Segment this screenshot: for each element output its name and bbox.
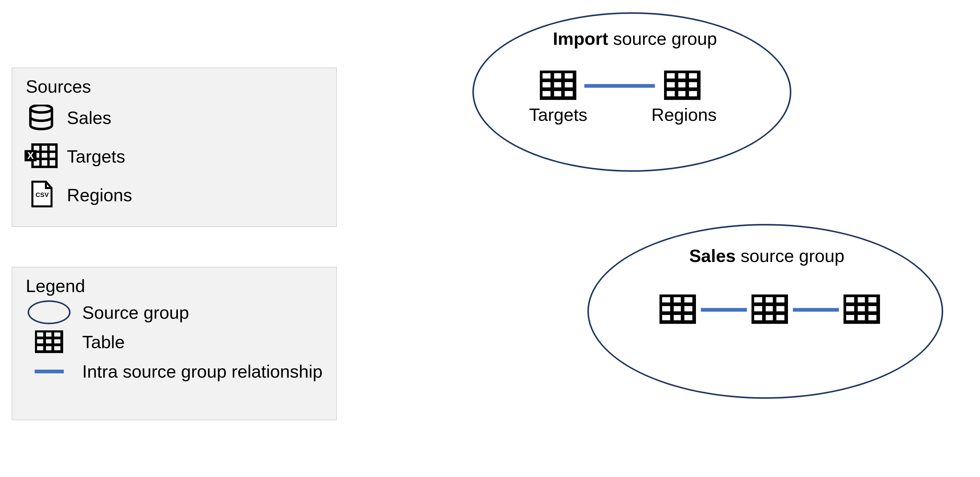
sales-table-3-icon [843,294,880,325]
legend-panel: Legend Source group Table Intra source g… [12,267,337,420]
sales-table-1-icon [659,294,696,325]
import-table-targets-label: Targets [525,104,592,125]
legend-item-source-group: Source group [25,302,324,323]
import-group-title: Import source group [537,28,733,49]
import-relationship-line [584,84,655,88]
legend-panel-title: Legend [26,275,324,296]
csv-file-icon [25,180,58,210]
import-table-regions-icon [664,70,701,101]
legend-item-label: Table [82,332,125,352]
source-item-sales: Sales [25,102,324,133]
relationship-line-icon [25,361,74,382]
table-icon [25,331,74,353]
import-table-regions-label: Regions [649,104,719,125]
excel-icon [25,141,58,172]
legend-item-table: Table [25,331,324,353]
database-icon [25,102,58,133]
sales-group-title-bold: Sales [689,246,736,266]
import-table-targets-icon [540,70,577,101]
source-item-targets: Targets [25,141,324,172]
source-item-label: Targets [67,146,125,167]
ellipse-icon [25,302,74,323]
sources-panel: Sources Sales Targets Regions [12,67,337,227]
import-group-title-rest: source group [608,29,717,48]
source-item-regions: Regions [25,180,324,210]
sales-group-title-rest: source group [735,246,845,266]
import-group-title-bold: Import [553,29,608,48]
sources-panel-title: Sources [26,76,324,97]
source-item-label: Regions [67,184,132,205]
sales-table-2-icon [751,294,788,325]
legend-item-relationship: Intra source group relationship [25,361,324,382]
diagram-canvas: Sources Sales Targets Regions Legend [0,0,980,477]
legend-item-label: Source group [82,302,189,323]
sales-relationship-line-2 [793,308,839,312]
sales-relationship-line-1 [701,308,747,312]
legend-item-label: Intra source group relationship [82,361,322,382]
source-item-label: Sales [67,107,111,128]
sales-group-title: Sales source group [675,245,859,266]
